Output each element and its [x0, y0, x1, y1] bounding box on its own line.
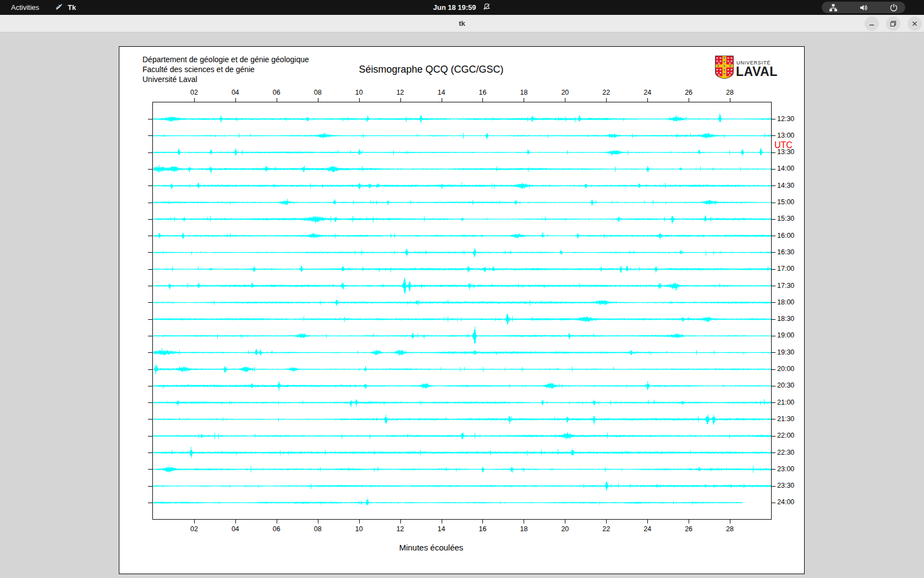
x-tick-bottom: [194, 520, 195, 524]
x-tick-label-bottom: 12: [389, 525, 411, 533]
x-tick-bottom: [359, 520, 360, 524]
x-tick-top: [647, 98, 648, 102]
logo-laval-text: LAVAL: [736, 64, 778, 79]
x-tick-label-bottom: 16: [471, 525, 493, 533]
x-tick-label-top: 16: [471, 89, 493, 96]
tk-window: Département de géologie et de génie géol…: [119, 46, 805, 574]
header-line-department: Département de géologie et de génie géol…: [142, 55, 309, 64]
x-tick-bottom: [400, 520, 401, 524]
activities-button[interactable]: Activities: [8, 0, 42, 15]
x-tick-label-top: 14: [431, 89, 453, 96]
x-tick-label-top: 18: [513, 89, 535, 96]
focused-app-indicator[interactable]: Tk: [55, 0, 76, 15]
x-tick-label-top: 04: [224, 89, 246, 96]
y-tick-right: [772, 402, 776, 403]
header-line-faculty: Faculté des sciences et de génie: [142, 65, 255, 74]
page-title: Séismographe QCQ (CGC/GSC): [359, 64, 503, 75]
y-tick-left: [148, 319, 152, 320]
y-tick-right: [772, 269, 776, 270]
y-tick-label: 20:30: [777, 381, 794, 389]
y-tick-left: [148, 402, 152, 403]
desktop: Activities Tk Jun 18 19:59: [0, 0, 924, 578]
y-tick-left: [148, 252, 152, 253]
laval-shield-icon: [714, 55, 734, 79]
y-tick-right: [772, 336, 776, 336]
gnome-top-bar: Activities Tk Jun 18 19:59: [0, 0, 924, 15]
x-tick-label-top: 08: [307, 89, 329, 96]
x-tick-label-bottom: 14: [431, 525, 453, 533]
y-tick-label: 15:30: [777, 215, 794, 222]
y-tick-label: 17:30: [777, 282, 794, 290]
y-tick-label: 24:00: [777, 498, 794, 506]
clock-menu[interactable]: Jun 18 19:59: [433, 0, 491, 15]
x-tick-bottom: [442, 520, 442, 524]
y-tick-label: 13:30: [777, 148, 794, 156]
y-tick-left: [148, 469, 152, 470]
y-tick-label: 22:00: [777, 432, 794, 439]
y-tick-right: [772, 302, 776, 303]
x-tick-top: [730, 98, 730, 102]
y-tick-right: [772, 203, 776, 203]
y-tick-label: 18:30: [777, 315, 794, 323]
x-tick-label-bottom: 02: [183, 525, 205, 533]
y-tick-right: [772, 286, 776, 286]
x-tick-bottom: [730, 520, 730, 524]
x-tick-top: [194, 98, 195, 102]
x-tick-bottom: [524, 520, 524, 524]
y-tick-label: 17:00: [777, 265, 794, 272]
x-tick-top: [606, 98, 607, 102]
window-titlebar[interactable]: tk: [0, 15, 924, 32]
x-tick-top: [277, 98, 277, 102]
x-tick-label-top: 24: [636, 89, 658, 96]
seismo-canvas: [153, 102, 771, 519]
y-tick-right: [772, 369, 776, 370]
y-tick-left: [148, 336, 152, 336]
header-line-university: Université Laval: [142, 75, 197, 84]
tk-app-label: Tk: [68, 3, 76, 12]
y-tick-left: [148, 169, 152, 170]
y-tick-left: [148, 302, 152, 303]
y-tick-label: 18:00: [777, 298, 794, 306]
notifications-disabled-bell-icon: [483, 3, 491, 13]
x-tick-top: [442, 98, 442, 102]
y-tick-left: [148, 486, 152, 487]
x-tick-label-top: 10: [348, 89, 370, 96]
system-tray[interactable]: [822, 2, 905, 13]
y-tick-right: [772, 236, 776, 236]
x-tick-label-top: 22: [595, 89, 617, 96]
y-tick-left: [148, 386, 152, 386]
y-tick-right: [772, 486, 776, 487]
maximize-button[interactable]: [886, 17, 900, 31]
minimize-button[interactable]: [865, 17, 879, 31]
x-tick-label-bottom: 28: [719, 525, 741, 533]
x-tick-label-bottom: 26: [678, 525, 700, 533]
y-tick-label: 19:00: [777, 331, 794, 339]
y-tick-right: [772, 169, 776, 170]
y-tick-left: [148, 369, 152, 370]
x-tick-top: [400, 98, 401, 102]
y-tick-right: [772, 469, 776, 470]
x-tick-top: [524, 98, 524, 102]
y-tick-label: 12:30: [777, 115, 794, 123]
y-tick-label: 21:30: [777, 415, 794, 423]
y-tick-right: [772, 135, 776, 136]
x-tick-top: [235, 98, 236, 102]
x-tick-bottom: [647, 520, 648, 524]
y-tick-label: 23:00: [777, 465, 794, 473]
x-tick-top: [318, 98, 318, 102]
y-tick-left: [148, 503, 152, 503]
x-tick-bottom: [606, 520, 607, 524]
x-tick-bottom: [277, 520, 277, 524]
close-button[interactable]: [908, 17, 922, 31]
x-tick-bottom: [318, 520, 318, 524]
x-tick-label-top: 02: [183, 89, 205, 96]
x-tick-bottom: [235, 520, 236, 524]
window-title: tk: [0, 15, 924, 32]
x-tick-label-bottom: 08: [307, 525, 329, 533]
y-tick-label: 15:00: [777, 198, 794, 206]
x-tick-label-top: 26: [678, 89, 700, 96]
x-tick-bottom: [565, 520, 565, 524]
x-tick-label-bottom: 20: [554, 525, 576, 533]
y-tick-left: [148, 186, 152, 186]
y-tick-right: [772, 436, 776, 437]
